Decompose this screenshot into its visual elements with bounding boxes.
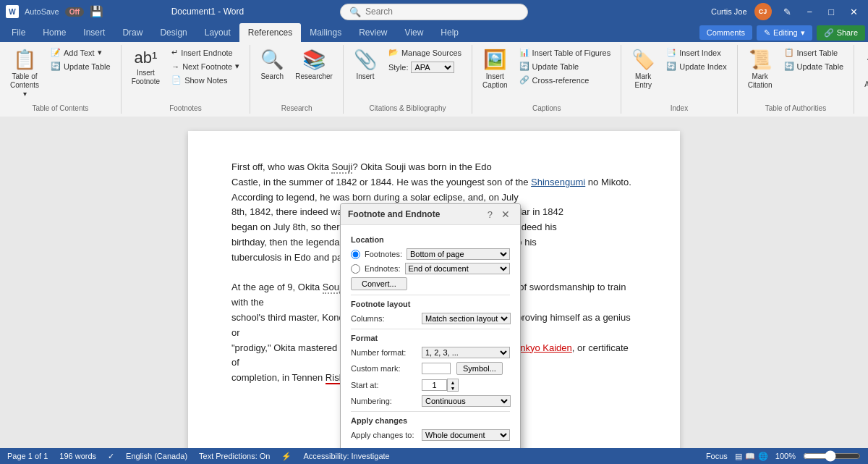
tab-references[interactable]: References xyxy=(239,23,301,42)
insert-authorities-icon: 📋 xyxy=(784,48,794,57)
insert-index-icon: 📑 xyxy=(666,48,676,57)
symbol-button[interactable]: Symbol... xyxy=(456,362,503,375)
editing-button[interactable]: ✎ Editing ▾ xyxy=(757,25,812,41)
insert-citation-button[interactable]: 📎 Insert xyxy=(349,46,381,83)
focus-label[interactable]: Focus xyxy=(706,452,728,460)
group-research: 🔍 Search 📚 Researcher Research xyxy=(250,45,344,114)
add-text-button[interactable]: 📝 Add Text ▾ xyxy=(46,46,115,59)
edit-icon[interactable]: ✎ xyxy=(779,7,796,17)
update-table-captions-button[interactable]: 🔄 Update Table xyxy=(515,60,616,72)
tab-design[interactable]: Design xyxy=(151,23,195,42)
dialog-close-button[interactable]: ✕ xyxy=(498,208,513,220)
zoom-level: 100% xyxy=(775,452,796,460)
shinsengumi-link[interactable]: Shinsengumi xyxy=(531,177,585,187)
convert-button[interactable]: Convert... xyxy=(351,277,407,290)
search-icon: 🔍 xyxy=(349,7,361,17)
endnotes-position-select[interactable]: End of document End of section xyxy=(405,263,510,274)
start-at-spinner: ▲ ▼ xyxy=(422,379,459,392)
maximize-button[interactable]: □ xyxy=(824,7,838,17)
insert-table-of-figures-button[interactable]: 📊 Insert Table of Figures xyxy=(515,46,616,59)
style-select[interactable]: APA MLA Chicago xyxy=(411,62,454,73)
tab-home[interactable]: Home xyxy=(34,23,75,42)
footnote-endnote-dialog: Footnote and Endnote ? ✕ Location Footno… xyxy=(340,203,521,464)
proofread-icon[interactable]: ✓ xyxy=(108,452,114,461)
update-index-button[interactable]: 🔄 Update Index xyxy=(662,60,731,72)
format-section: Format xyxy=(351,334,510,342)
user-avatar[interactable]: CJ xyxy=(754,3,772,20)
update-table-icon: 🔄 xyxy=(51,62,61,71)
insert-endnote-icon: ↵ xyxy=(171,48,178,57)
tab-draw[interactable]: Draw xyxy=(114,23,151,42)
columns-select[interactable]: Match section layout 1 2 3 xyxy=(422,313,511,324)
print-layout-icon[interactable]: ▤ xyxy=(735,452,742,461)
footnotes-radio[interactable] xyxy=(351,250,360,259)
start-at-input[interactable] xyxy=(422,379,447,391)
ribbon-tabs: File Home Insert Draw Design Layout Refe… xyxy=(0,23,868,42)
insert-footnote-button[interactable]: ab¹ Insert Footnote xyxy=(127,46,164,88)
tab-mailings[interactable]: Mailings xyxy=(301,23,350,42)
share-button[interactable]: 🔗 Share xyxy=(817,25,865,41)
language[interactable]: English (Canada) xyxy=(126,452,187,460)
read-mode-icon[interactable]: 📖 xyxy=(745,452,755,461)
apply-changes-to-select[interactable]: Whole document This section xyxy=(422,429,510,441)
dialog-help-button[interactable]: ? xyxy=(485,208,495,220)
mark-entry-button[interactable]: 🏷️ MarkEntry xyxy=(627,46,659,92)
toc-group-label: Table of Contents xyxy=(32,104,88,112)
search-box[interactable]: 🔍 xyxy=(340,4,528,20)
location-section: Location xyxy=(351,235,510,244)
minimize-button[interactable]: − xyxy=(803,7,817,17)
endnotes-radio[interactable] xyxy=(351,264,360,274)
dialog-title: Footnote and Endnote xyxy=(348,209,440,219)
tab-help[interactable]: Help xyxy=(432,23,467,42)
footnotes-position-select[interactable]: Bottom of page Below text xyxy=(407,248,510,260)
text-predictions[interactable]: Text Predictions: On xyxy=(199,452,270,460)
toc-icon: 📋 xyxy=(13,48,36,71)
acronyms-button[interactable]: ABC? Acronyms xyxy=(860,46,868,91)
cross-reference-button[interactable]: 🔗 Cross-reference xyxy=(515,74,616,86)
tab-review[interactable]: Review xyxy=(350,23,396,42)
insert-caption-button[interactable]: 🖼️ InsertCaption xyxy=(478,46,511,92)
researcher-button[interactable]: 📚 Researcher xyxy=(291,46,337,83)
autosave-toggle[interactable]: Off xyxy=(65,7,84,17)
comments-button[interactable]: Comments xyxy=(699,25,752,40)
group-footnotes: ab¹ Insert Footnote ↵ Insert Endnote → N… xyxy=(122,45,251,114)
mark-citation-icon: 📜 xyxy=(749,48,772,71)
close-button[interactable]: ✕ xyxy=(846,7,862,17)
page-info: Page 1 of 1 xyxy=(7,452,48,460)
spinner-down[interactable]: ▼ xyxy=(448,385,458,391)
insert-table-authorities-button[interactable]: 📋 Insert Table xyxy=(780,46,848,59)
mark-citation-button[interactable]: 📜 MarkCitation xyxy=(744,46,777,92)
titlebar-left: W AutoSave Off 💾 Document1 - Word xyxy=(6,5,292,18)
tab-insert[interactable]: Insert xyxy=(75,23,114,42)
table-of-contents-button[interactable]: 📋 Table ofContents ▾ xyxy=(6,46,43,101)
add-text-icon: 📝 xyxy=(51,48,61,57)
titlebar-right: Curtis Joe CJ ✎ − □ ✕ xyxy=(576,3,862,20)
update-table-authorities-button[interactable]: 🔄 Update Table xyxy=(780,60,848,72)
numbering-select[interactable]: Continuous Restart each section Restart … xyxy=(422,395,511,407)
manage-sources-button[interactable]: 📂 Manage Sources xyxy=(384,46,466,59)
custom-mark-input[interactable] xyxy=(422,363,451,374)
zoom-slider[interactable] xyxy=(803,450,861,462)
cross-reference-icon: 🔗 xyxy=(519,75,529,85)
tab-view[interactable]: View xyxy=(396,23,433,42)
search-button[interactable]: 🔍 Search xyxy=(256,46,288,83)
tab-layout[interactable]: Layout xyxy=(196,23,239,42)
manage-sources-icon: 📂 xyxy=(388,48,399,57)
insert-index-button[interactable]: 📑 Insert Index xyxy=(662,46,731,59)
authorities-stack: 📋 Insert Table 🔄 Update Table xyxy=(780,46,848,72)
view-icons: ▤ 📖 🌐 xyxy=(735,452,768,461)
show-notes-button[interactable]: 📄 Show Notes xyxy=(167,74,244,86)
accessibility-status[interactable]: Accessibility: Investigate xyxy=(303,452,389,460)
update-table-button[interactable]: 🔄 Update Table xyxy=(46,60,115,72)
insert-endnote-button[interactable]: ↵ Insert Endnote xyxy=(167,46,244,59)
search-input[interactable] xyxy=(365,7,510,17)
spinner-up[interactable]: ▲ xyxy=(448,379,458,385)
save-icon[interactable]: 💾 xyxy=(90,5,103,18)
group-table-of-contents: 📋 Table ofContents ▾ 📝 Add Text ▾ 🔄 Upda… xyxy=(0,45,122,114)
tab-file[interactable]: File xyxy=(3,23,34,42)
web-layout-icon[interactable]: 🌐 xyxy=(758,452,768,461)
number-format-select[interactable]: 1, 2, 3, ... a, b, c, ... A, B, C, ... i… xyxy=(422,347,510,358)
apply-changes-to-label: Apply changes to: xyxy=(351,431,416,439)
citations-stack: 📂 Manage Sources Style: APA MLA Chicago xyxy=(384,46,466,75)
next-footnote-button[interactable]: → Next Footnote ▾ xyxy=(167,60,244,72)
